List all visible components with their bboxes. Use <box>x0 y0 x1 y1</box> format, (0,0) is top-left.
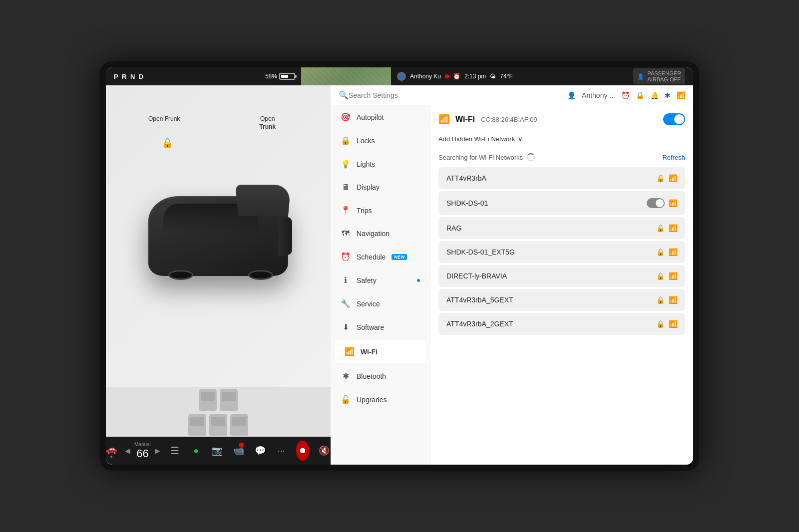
seat-rear-right <box>230 414 248 436</box>
search-icon: 🔍 <box>339 90 349 100</box>
menu-item-software[interactable]: ⬇ Software <box>331 315 430 339</box>
software-icon: ⬇ <box>341 322 351 332</box>
menu-item-service[interactable]: 🔧 Service <box>331 292 430 315</box>
service-icon: 🔧 <box>341 299 351 308</box>
seat-front-left <box>199 389 217 411</box>
battery-percent: 58% <box>265 73 277 80</box>
menu-label-bluetooth: Bluetooth <box>357 372 386 380</box>
schedule-icon: ⏰ <box>341 252 351 262</box>
frunk-lock-icon: 🔓 <box>162 138 173 149</box>
network-item[interactable]: ATT4vR3rbA_2GEXT 🔒 📶 <box>438 313 685 335</box>
message-button[interactable]: 💬 <box>253 441 267 461</box>
searching-label: Searching for Wi-Fi Networks <box>438 154 523 161</box>
menu-item-schedule[interactable]: ⏰ Schedule NEW <box>331 245 430 268</box>
navigation-icon: 🗺 <box>341 229 351 238</box>
searching-text: Searching for Wi-Fi Networks <box>438 153 535 161</box>
menu-label-lights: Lights <box>357 160 375 168</box>
car-body <box>148 196 288 276</box>
seat-row-rear <box>188 414 248 436</box>
wifi-panel: 📶 Wi-Fi CC:88:26:4B:AF:09 Add Hidden Wi-… <box>430 105 693 465</box>
wheel-front-right <box>248 270 273 280</box>
wifi-menu-icon: 📶 <box>345 347 355 356</box>
menu-item-upgrades[interactable]: 🔓 Upgrades <box>331 388 430 411</box>
menu-label-display: Display <box>357 183 380 191</box>
wifi-title: Wi-Fi <box>455 115 475 124</box>
seat-layout <box>188 389 248 436</box>
network-list: ATT4vR3rbA 🔒 📶 SHDK-DS-01 � <box>438 167 685 335</box>
seat-front-right <box>220 389 238 411</box>
menu-label-locks: Locks <box>357 137 375 145</box>
menu-item-wifi[interactable]: 📶 Wi-Fi <box>335 340 426 363</box>
network-name: SHDK-DS-01 <box>446 199 488 207</box>
more-button[interactable]: ··· <box>275 441 288 461</box>
network-icons: 🔒 📶 <box>656 224 677 232</box>
chevron-down-icon: ∨ <box>518 135 523 143</box>
safety-dot <box>417 279 420 282</box>
wifi-header: 📶 Wi-Fi CC:88:26:4B:AF:09 <box>438 113 685 125</box>
volume-control[interactable]: 🔇 <box>317 441 331 461</box>
menu-item-trips[interactable]: 📍 Trips <box>331 199 430 222</box>
network-name: RAG <box>446 224 461 232</box>
menu-item-lights[interactable]: 💡 Lights <box>331 152 430 176</box>
prev-arrow[interactable]: ◀ <box>125 447 130 455</box>
taskbar: 🚗 ◀ Manual 66 ▶ ☰ ● 📷 <box>106 437 331 465</box>
menu-label-navigation: Navigation <box>357 230 390 238</box>
spotify-button[interactable]: ● <box>189 441 203 461</box>
clock-icon: ⏰ <box>453 73 460 80</box>
alarm-icon: ⏰ <box>621 91 630 99</box>
bluetooth-header-icon: ✱ <box>665 91 671 99</box>
add-hidden-network[interactable]: Add Hidden Wi-Fi Network ∨ <box>438 131 685 147</box>
refresh-button[interactable]: Refresh <box>662 154 685 161</box>
network-item[interactable]: SHDK-DS-01_EXT5G 🔒 📶 <box>438 241 685 263</box>
safety-icon: ℹ <box>341 275 351 285</box>
new-badge: NEW <box>392 254 407 260</box>
hood <box>235 185 291 216</box>
signal-icon: 📶 <box>669 248 677 256</box>
screen: P R N D 58% 👤 Anthony Ku ⏰ 2:13 pm 🌤 74°… <box>106 67 693 465</box>
menu-label-schedule: Schedule <box>357 253 386 261</box>
network-item[interactable]: ATT4vR3rbA_5GEXT 🔒 📶 <box>438 289 685 311</box>
wifi-toggle[interactable] <box>663 113 685 125</box>
network-item[interactable]: RAG 🔒 📶 <box>438 217 685 239</box>
speed-nav: ◀ Manual 66 ▶ <box>125 442 160 460</box>
record-button[interactable]: ⏺ <box>296 441 310 461</box>
trips-icon: 📍 <box>341 206 351 215</box>
settings-menu: 🎯 Autopilot 🔒 Locks 💡 Lights 🖥 <box>331 105 430 465</box>
menu-label-wifi: Wi-Fi <box>361 348 378 356</box>
menu-item-display[interactable]: 🖥 Display <box>331 176 430 199</box>
time-display: 2:13 pm <box>464 73 486 80</box>
network-icons: 🔒 📶 <box>656 248 677 256</box>
wifi-icon: 📶 <box>438 114 449 125</box>
car-taskbar-icon[interactable]: 🚗 <box>106 444 117 458</box>
menu-item-bluetooth[interactable]: ✱ Bluetooth <box>331 364 430 388</box>
speed-label: Manual <box>134 442 151 447</box>
open-trunk-label[interactable]: OpenTrunk <box>259 115 276 131</box>
menu-button[interactable]: ☰ <box>168 441 182 461</box>
user-avatar: 👤 <box>397 72 406 81</box>
network-icons: 🔒 📶 <box>656 272 677 280</box>
network-item[interactable]: SHDK-DS-01 📶 <box>438 191 685 215</box>
search-input[interactable] <box>349 91 567 99</box>
display-icon: 🖥 <box>341 183 351 192</box>
next-arrow[interactable]: ▶ <box>155 447 160 455</box>
menu-item-navigation[interactable]: 🗺 Navigation <box>331 222 430 245</box>
settings-body: 🎯 Autopilot 🔒 Locks 💡 Lights 🖥 <box>331 105 693 465</box>
locks-icon: 🔒 <box>341 136 351 145</box>
menu-label-safety: Safety <box>357 276 377 284</box>
network-item[interactable]: ATT4vR3rbA 🔒 📶 <box>438 167 685 189</box>
menu-item-safety[interactable]: ℹ Safety <box>331 268 430 292</box>
speed-display: Manual 66 <box>134 442 151 460</box>
open-frunk-label[interactable]: Open Frunk <box>148 115 180 123</box>
car-image <box>143 186 293 286</box>
signal-icon: 📶 <box>669 224 677 232</box>
menu-item-autopilot[interactable]: 🎯 Autopilot <box>331 105 430 129</box>
network-icons: 🔒 📶 <box>656 296 677 304</box>
battery-display: 58% <box>265 73 295 80</box>
menu-item-locks[interactable]: 🔒 Locks <box>331 129 430 152</box>
lock-icon: 🔒 <box>656 296 665 304</box>
network-item[interactable]: DIRECT-ly-BRAVIA 🔒 📶 <box>438 265 685 287</box>
dashcam-button[interactable]: 📹 <box>232 441 246 461</box>
speed-value: 66 <box>136 447 148 460</box>
menu-label-trips: Trips <box>357 207 372 215</box>
camera-button[interactable]: 📷 <box>211 441 224 461</box>
